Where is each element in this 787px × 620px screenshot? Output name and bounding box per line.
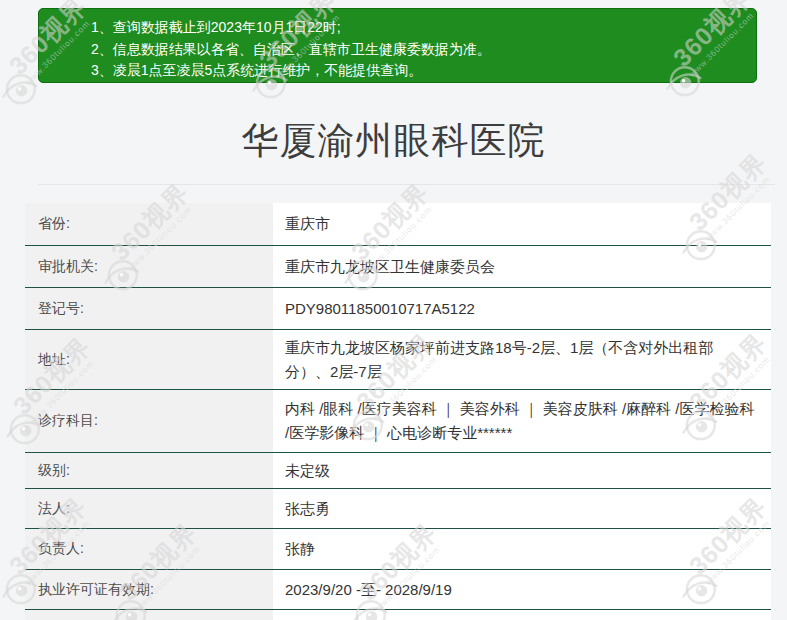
row-value: 内科 /眼科 /医疗美容科 ｜ 美容外科 ｜ 美容皮肤科 /麻醉科 /医学检验科… [273, 390, 771, 452]
row-value: 重庆市 [273, 203, 771, 245]
row-label: 省份: [25, 203, 273, 245]
row-value: 重庆市九龙坡区卫生健康委员会 [273, 246, 771, 287]
row-label: 法人: [25, 489, 273, 528]
table-row-person-in-charge: 负责人: 张静 [25, 529, 771, 570]
row-value: 未定级 [273, 453, 771, 488]
notice-line-3: 3、凌晨1点至凌晨5点系统进行维护，不能提供查询。 [91, 60, 736, 82]
row-label: 执业许可证有效期: [25, 570, 273, 609]
page: 1、查询数据截止到2023年10月1日22时; 2、信息数据结果以各省、自治区、… [0, 0, 787, 620]
row-label: 负责人: [25, 529, 273, 569]
row-label: 登记号: [25, 288, 273, 329]
title-divider [38, 184, 775, 185]
table-row-treatment-subjects: 诊疗科目: 内科 /眼科 /医疗美容科 ｜ 美容外科 ｜ 美容皮肤科 /麻醉科 … [25, 390, 771, 453]
row-value [273, 610, 771, 620]
table-row-license-validity: 执业许可证有效期: 2023/9/20 -至- 2028/9/19 [25, 570, 771, 610]
table-row-address: 地址: 重庆市九龙坡区杨家坪前进支路18号-2层、1层（不含对外出租部分）、2层… [25, 330, 771, 390]
row-label: 地址: [25, 330, 273, 389]
notice-line-1: 1、查询数据截止到2023年10月1日22时; [91, 17, 736, 39]
table-row-level: 级别: 未定级 [25, 453, 771, 489]
row-value: 张志勇 [273, 489, 771, 528]
notice-line-2: 2、信息数据结果以各省、自治区、直辖市卫生健康委数据为准。 [91, 39, 736, 61]
info-table: 省份: 重庆市 审批机关: 重庆市九龙坡区卫生健康委员会 登记号: PDY980… [25, 203, 771, 620]
table-row-province: 省份: 重庆市 [25, 203, 771, 246]
page-title: 华厦渝州眼科医院 [0, 116, 787, 166]
row-label [25, 610, 273, 620]
row-label: 诊疗科目: [25, 390, 273, 452]
row-value: 2023/9/20 -至- 2028/9/19 [273, 570, 771, 609]
row-value: 张静 [273, 529, 771, 569]
row-value: 重庆市九龙坡区杨家坪前进支路18号-2层、1层（不含对外出租部分）、2层-7层 [273, 330, 771, 389]
row-value: PDY98011850010717A5122 [273, 288, 771, 329]
notice-box: 1、查询数据截止到2023年10月1日22时; 2、信息数据结果以各省、自治区、… [38, 8, 757, 83]
eye-icon [2, 72, 38, 108]
table-row-cutoff [25, 610, 771, 620]
row-label: 级别: [25, 453, 273, 488]
table-row-legal-person: 法人: 张志勇 [25, 489, 771, 529]
table-row-registration-number: 登记号: PDY98011850010717A5122 [25, 288, 771, 330]
row-label: 审批机关: [25, 246, 273, 287]
table-row-approval-authority: 审批机关: 重庆市九龙坡区卫生健康委员会 [25, 246, 771, 288]
